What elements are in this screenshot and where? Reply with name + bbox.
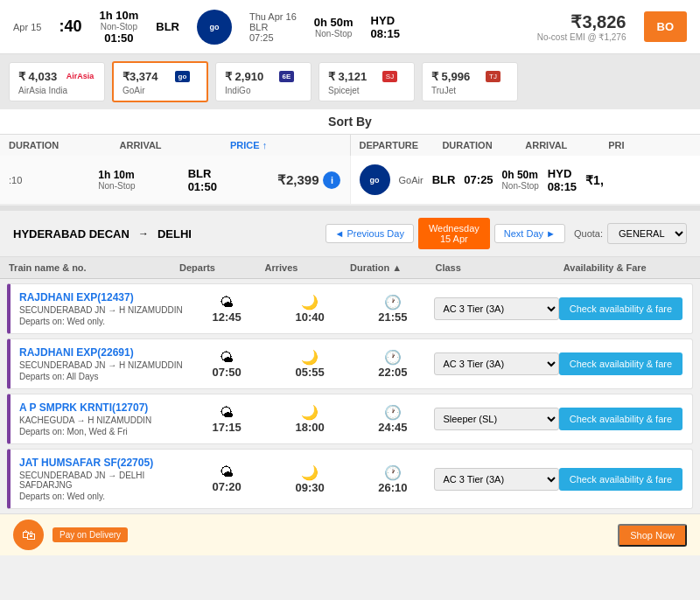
sort-by-bar: Sort By	[0, 109, 700, 135]
train-section-header: HYDERABAD DECAN → DELHI ◄ Previous Day W…	[0, 211, 700, 257]
train-days-3: Departs on: Wed only.	[19, 492, 186, 501]
spicejet-logo: SJ	[382, 71, 397, 82]
duration-time-2: 24:45	[352, 421, 435, 434]
price-card-spicejet[interactable]: ₹ 3,121 SJ Spicejet	[318, 62, 415, 101]
price-filter-row: ₹ 4,033 AirAsia AirAsia India ₹3,374 go …	[0, 54, 700, 109]
route-arrow: →	[138, 227, 149, 240]
duration-left: 1h 10m Non-Stop	[98, 169, 187, 191]
airasia-logo: AirAsia	[66, 72, 94, 80]
price-card-indigo[interactable]: ₹ 2,910 6E IndiGo	[215, 62, 312, 101]
indigo-logo: 6E	[279, 71, 295, 82]
class-select-2[interactable]: Sleeper (SL)	[434, 408, 558, 430]
col-avail: Availability & Fare	[564, 262, 691, 273]
right-price: ₹1,	[585, 173, 604, 187]
prev-day-button[interactable]: ◄ Previous Day	[326, 224, 414, 243]
ad-icon: 🛍	[13, 520, 44, 550]
train-info-1: RAJDHANI EXP(22691) SECUNDERABAD JN → H …	[19, 346, 186, 381]
train-table-header: Train name & no. Departs Arrives Duratio…	[0, 257, 700, 279]
arrive-time-3: 09:30	[269, 481, 352, 494]
train-duration-2: 🕐 24:45	[352, 404, 435, 434]
class-select-1[interactable]: AC 3 Tier (3A)	[434, 352, 558, 375]
col-departs: Departs	[179, 262, 265, 273]
check-avail-button-2[interactable]: Check availability & fare	[559, 408, 682, 430]
train-days-0: Departs on: Wed only.	[19, 317, 186, 326]
quota-section: Quota: GENERAL	[574, 223, 687, 244]
info-icon[interactable]: i	[323, 171, 340, 189]
depart-time-1: 07:50	[186, 366, 269, 379]
train-route-0: SECUNDERABAD JN → H NIZAMUDDIN	[19, 305, 186, 315]
flight-table-headers: DURATION ARRIVAL PRICE ↑ DEPARTURE DURAT…	[0, 135, 700, 156]
weather-icon-arrive-1: 🌙	[269, 349, 352, 366]
arrive-time-2: 18:00	[269, 421, 352, 434]
train-info-3: JAT HUMSAFAR SF(22705) SECUNDERABAD JN →…	[19, 457, 186, 501]
col-class: Class	[436, 262, 564, 273]
train-check-0[interactable]: Check availability & fare	[559, 297, 683, 320]
train-name-0[interactable]: RAJDHANI EXP(12437)	[19, 291, 186, 303]
left-headers: DURATION ARRIVAL PRICE ↑	[0, 135, 351, 156]
train-departs-0: 🌤 12:45	[186, 295, 269, 324]
train-row-2: A P SMPRK KRNTI(12707) KACHEGUDA → H NIZ…	[7, 394, 693, 444]
flight-duration-left: 1h 10m Non-Stop 01:50	[99, 9, 138, 45]
train-route-1: SECUNDERABAD JN → H NIZAMUDDIN	[19, 360, 186, 370]
arrive-left: BLR 01:50	[188, 167, 277, 193]
weather-icon-depart-0: 🌤	[186, 295, 269, 310]
train-name-1[interactable]: RAJDHANI EXP(22691)	[19, 346, 186, 359]
arrive-code: HYD 08:15	[371, 14, 400, 40]
right-depart-time: 07:25	[464, 173, 493, 186]
shop-now-button[interactable]: Shop Now	[618, 524, 687, 547]
train-duration-3: 🕐 26:10	[352, 464, 435, 494]
train-class-0[interactable]: AC 3 Tier (3A)	[434, 297, 558, 320]
ad-badge: Pay on Delivery	[52, 527, 128, 542]
train-check-3[interactable]: Check availability & fare	[559, 468, 683, 491]
price-card-goair[interactable]: ₹3,374 go GoAir	[112, 61, 208, 102]
next-day-button[interactable]: Next Day ►	[494, 224, 565, 243]
price-card-trujet[interactable]: ₹ 5,996 TJ TruJet	[422, 62, 518, 101]
train-check-1[interactable]: Check availability & fare	[559, 352, 683, 375]
train-name-2[interactable]: A P SMPRK KRNTI(12707)	[19, 401, 186, 414]
col-duration: Duration ▲	[350, 262, 436, 273]
class-select-3[interactable]: AC 3 Tier (3A)	[434, 468, 558, 491]
quota-select[interactable]: GENERAL	[607, 223, 687, 244]
arrive-duration: 0h 50m Non-Stop	[314, 16, 354, 38]
train-check-2[interactable]: Check availability & fare	[559, 408, 683, 430]
depart-airport-code: BLR	[156, 20, 179, 33]
weather-icon-arrive-0: 🌙	[269, 294, 352, 310]
depart-time-3: 07:20	[186, 480, 269, 493]
train-class-3[interactable]: AC 3 Tier (3A)	[434, 468, 558, 491]
price-section: ₹3,826 No-cost EMI @ ₹1,276	[537, 11, 626, 42]
arrive-time-0: 10:40	[269, 310, 352, 324]
weather-icon-arrive-3: 🌙	[269, 464, 352, 481]
train-arrives-0: 🌙 10:40	[269, 294, 352, 324]
train-info-0: RAJDHANI EXP(12437) SECUNDERABAD JN → H …	[19, 291, 186, 326]
flight-results-section: DURATION ARRIVAL PRICE ↑ DEPARTURE DURAT…	[0, 135, 700, 206]
header-price-left: PRICE ↑	[230, 140, 341, 150]
top-flight-bar: Apr 15 :40 1h 10m Non-Stop 01:50 BLR go …	[0, 0, 700, 54]
weather-icon-depart-3: 🌤	[186, 464, 269, 480]
train-route-to: DELHI	[158, 227, 192, 241]
header-departure-right: DEPARTURE	[360, 140, 443, 150]
train-route-3: SECUNDERABAD JN → DELHI SAFDARJNG	[19, 471, 186, 490]
train-class-2[interactable]: Sleeper (SL)	[434, 408, 558, 430]
depart-time-2: 17:15	[186, 421, 269, 434]
weather-icon-depart-2: 🌤	[186, 405, 269, 421]
trujet-logo: TJ	[486, 71, 500, 82]
class-select-0[interactable]: AC 3 Tier (3A)	[434, 297, 558, 320]
book-now-button[interactable]: BO	[644, 11, 688, 42]
flight-right-data: go GoAir BLR 07:25 0h 50m Non-Stop HYD 0…	[351, 156, 701, 204]
train-name-3[interactable]: JAT HUMSAFAR SF(22705)	[19, 457, 186, 469]
check-avail-button-1[interactable]: Check availability & fare	[559, 352, 682, 375]
check-avail-button-0[interactable]: Check availability & fare	[559, 297, 682, 320]
price-card-airasia[interactable]: ₹ 4,033 AirAsia AirAsia India	[9, 62, 105, 101]
ad-bar: 🛍 Pay on Delivery Shop Now	[0, 513, 700, 555]
train-duration-1: 🕐 22:05	[352, 349, 435, 379]
check-avail-button-3[interactable]: Check availability & fare	[559, 468, 682, 491]
clock-icon-1: 🕐	[352, 349, 435, 366]
train-days-2: Departs on: Mon, Wed & Fri	[19, 427, 186, 436]
train-arrives-2: 🌙 18:00	[269, 404, 352, 434]
current-day: Wednesday 15 Apr	[418, 218, 490, 249]
right-arrive: HYD 08:15	[548, 167, 577, 193]
goair-logo-row: go	[360, 164, 390, 195]
train-class-1[interactable]: AC 3 Tier (3A)	[434, 352, 558, 375]
col-train-name: Train name & no.	[9, 262, 179, 273]
duration-time-3: 26:10	[352, 481, 435, 494]
